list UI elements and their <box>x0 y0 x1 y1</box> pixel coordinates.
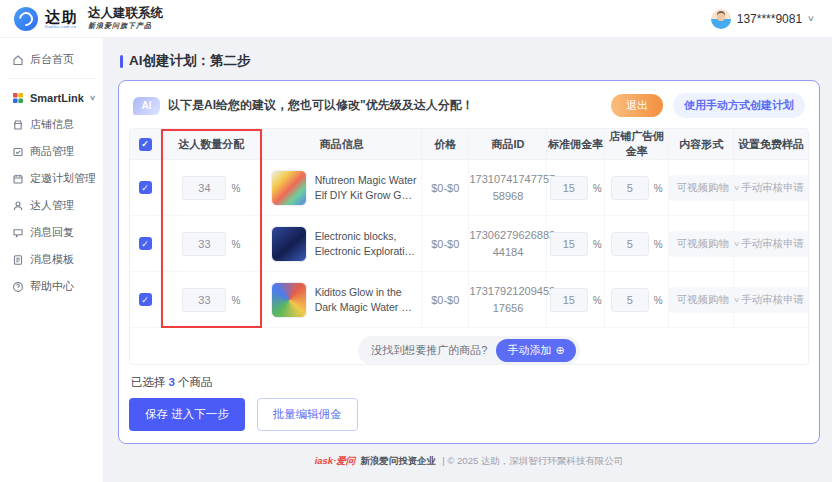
sidebar-item-product-management[interactable]: 商品管理 <box>0 138 103 165</box>
product-thumbnail <box>271 226 307 262</box>
app-logo: 达助 Dazhu.com.cn 达人建联系统 新浪爱问旗下产品 <box>14 6 163 30</box>
standard-commission-input[interactable] <box>550 288 588 312</box>
chevron-down-icon: ∨ <box>89 94 96 102</box>
manual-add-button[interactable]: 手动添加 ⊕ <box>496 339 575 362</box>
selected-summary: 已选择3个商品 <box>131 375 807 390</box>
iask-logo: iask·爱问 <box>315 455 356 466</box>
chevron-down-icon: ∨ <box>807 14 815 23</box>
select-all-checkbox[interactable]: ✓ <box>139 138 152 151</box>
table-header-row: ✓ 达人数量分配 商品信息 价格 商品ID 标准佣金率 店铺广告佣金率 内容形式… <box>130 129 808 160</box>
product-thumbnail <box>271 282 307 318</box>
product-id: 1730627962688344184 <box>469 216 547 272</box>
sidebar-item-shop-info[interactable]: 店铺信息 <box>0 111 103 138</box>
allocation-input[interactable] <box>182 232 226 256</box>
page-footer: iask·爱问新浪爱问投资企业| © 2025 达助，深圳智行环聚科技有限公司 <box>118 444 820 468</box>
chat-icon <box>12 227 24 239</box>
product-thumbnail <box>271 170 307 206</box>
plus-icon: ⊕ <box>555 344 564 357</box>
exit-button[interactable]: 退出 <box>611 94 663 117</box>
footer-company: 新浪爱问投资企业 <box>360 455 436 466</box>
product-id: 1731792120945217656 <box>469 272 547 328</box>
column-header-price: 价格 <box>422 129 469 160</box>
column-header-standard-commission: 标准佣金率 <box>547 129 605 160</box>
free-sample-select[interactable]: 手动审核申请∨ <box>734 175 809 201</box>
logo-domain: Dazhu.com.cn <box>45 24 79 29</box>
chevron-down-icon: ∨ <box>733 296 740 304</box>
sidebar-item-invitation-plan[interactable]: 定邀计划管理 <box>0 165 103 192</box>
percent-sign: % <box>654 239 663 250</box>
help-icon <box>12 281 24 293</box>
save-next-button[interactable]: 保存 进入下一步 <box>129 398 245 431</box>
percent-sign: % <box>593 183 602 194</box>
product-table: ✓ 达人数量分配 商品信息 价格 商品ID 标准佣金率 店铺广告佣金率 内容形式… <box>129 128 809 365</box>
sidebar-item-message-template[interactable]: 消息模板 <box>0 246 103 273</box>
standard-commission-input[interactable] <box>550 232 588 256</box>
column-header-free-sample: 设置免费样品 <box>733 129 808 160</box>
sidebar-item-dashboard[interactable]: 后台首页 <box>0 46 103 73</box>
sidebar-item-talent-management[interactable]: 达人管理 <box>0 192 103 219</box>
manual-create-button[interactable]: 使用手动方式创建计划 <box>673 93 805 118</box>
table-row: ✓ % Kiditos Glow in the Dark Magic Water… <box>130 272 808 328</box>
home-icon <box>12 54 24 66</box>
sidebar-divider <box>8 78 95 79</box>
not-found-pill: 没找到想要推广的商品? 手动添加 ⊕ <box>358 336 579 365</box>
percent-sign: % <box>654 183 663 194</box>
brand-subtitle: 新浪爱问旗下产品 <box>88 21 163 31</box>
percent-sign: % <box>231 295 240 306</box>
selected-count: 3 <box>169 376 175 388</box>
sidebar-item-help-center[interactable]: 帮助中心 <box>0 273 103 300</box>
free-sample-select[interactable]: 手动审核申请∨ <box>734 231 809 257</box>
table-row: ✓ % Nfutreon Magic Water Elf DIY Kit Gro… <box>130 160 808 216</box>
ad-commission-input[interactable] <box>611 176 649 200</box>
product-name: Electronic blocks, Electronic Exploratio… <box>315 229 417 258</box>
account-menu[interactable]: 137****9081 ∨ <box>711 9 814 29</box>
document-icon <box>12 254 24 266</box>
check-icon: ✓ <box>141 139 149 149</box>
logo-text: 达助 <box>45 9 79 24</box>
column-header-product: 商品信息 <box>262 129 421 160</box>
sidebar-item-message-reply[interactable]: 消息回复 <box>0 219 103 246</box>
main-content: AI创建计划：第二步 AI 以下是AI给您的建议，您也可以修改"优先级及达人分配… <box>104 38 832 482</box>
check-icon: ✓ <box>141 183 149 193</box>
percent-sign: % <box>593 239 602 250</box>
product-name: Nfutreon Magic Water Elf DIY Kit Grow Ge… <box>315 173 417 202</box>
row-checkbox[interactable]: ✓ <box>139 237 152 250</box>
ai-plan-card: AI 以下是AI给您的建议，您也可以修改"优先级及达人分配！ 退出 使用手动方式… <box>118 80 820 444</box>
percent-sign: % <box>231 183 240 194</box>
brand-title: 达人建联系统 <box>88 6 163 20</box>
chevron-down-icon: ∨ <box>733 184 740 192</box>
column-header-product-id: 商品ID <box>469 129 547 160</box>
check-icon: ✓ <box>141 295 149 305</box>
batch-edit-commission-button[interactable]: 批量编辑佣金 <box>257 398 358 431</box>
standard-commission-input[interactable] <box>550 176 588 200</box>
not-found-text: 没找到想要推广的商品? <box>371 343 487 358</box>
logo-icon <box>14 7 38 31</box>
percent-sign: % <box>654 295 663 306</box>
product-price: $0-$0 <box>422 216 469 272</box>
percent-sign: % <box>593 295 602 306</box>
row-checkbox[interactable]: ✓ <box>139 293 152 306</box>
shop-icon <box>12 119 24 131</box>
sidebar-item-smartlinks[interactable]: SmartLinks ∨ <box>0 84 103 111</box>
ad-commission-input[interactable] <box>611 288 649 312</box>
person-icon <box>12 200 24 212</box>
sidebar: 后台首页 SmartLinks ∨ 店铺信息 商品管理 定邀计划管理 <box>0 38 104 482</box>
chevron-down-icon: ∨ <box>808 296 809 304</box>
allocation-input[interactable] <box>182 288 226 312</box>
product-price: $0-$0 <box>422 272 469 328</box>
table-row: ✓ % Electronic blocks, Electronic Explor… <box>130 216 808 272</box>
check-icon: ✓ <box>141 239 149 249</box>
ai-badge-icon: AI <box>133 97 160 115</box>
ad-commission-input[interactable] <box>611 232 649 256</box>
column-header-content-form: 内容形式 <box>669 129 733 160</box>
smartlinks-icon <box>12 92 24 104</box>
ai-suggestion-text: 以下是AI给您的建议，您也可以修改"优先级及达人分配！ <box>168 97 474 114</box>
calendar-icon <box>12 173 24 185</box>
chevron-down-icon: ∨ <box>733 240 740 248</box>
row-checkbox[interactable]: ✓ <box>139 181 152 194</box>
free-sample-select[interactable]: 手动审核申请∨ <box>734 287 809 313</box>
top-header: 达助 Dazhu.com.cn 达人建联系统 新浪爱问旗下产品 137****9… <box>0 0 832 38</box>
chevron-down-icon: ∨ <box>808 240 809 248</box>
allocation-input[interactable] <box>182 176 226 200</box>
page-title: AI创建计划：第二步 <box>129 52 251 70</box>
